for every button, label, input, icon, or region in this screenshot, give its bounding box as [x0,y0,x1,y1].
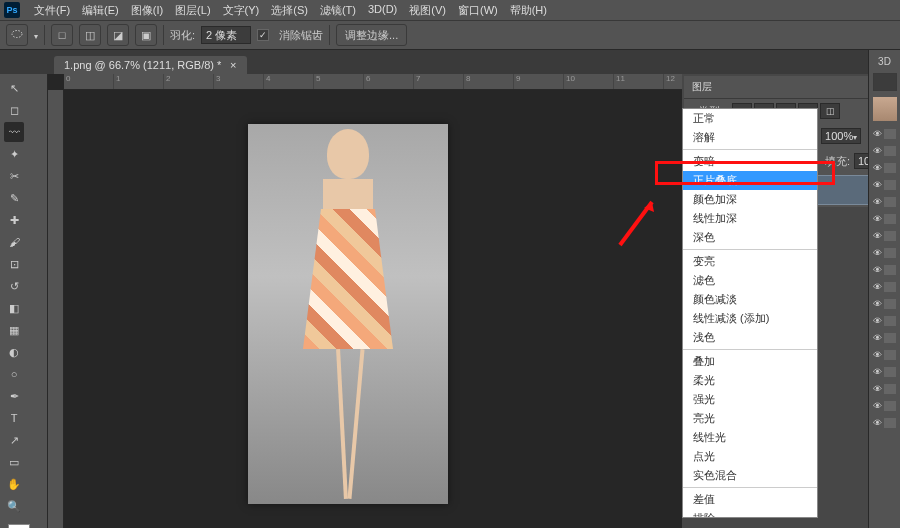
dropdown-separator [683,487,817,488]
blend-mode-dropdown: 正常溶解变暗正片叠底颜色加深线性加深深色变亮滤色颜色减淡线性减淡 (添加)浅色叠… [682,108,818,518]
blend-option[interactable]: 柔光 [683,371,817,390]
mini-layer-row[interactable] [873,246,897,260]
blend-option[interactable]: 亮光 [683,409,817,428]
menu-图像I[interactable]: 图像(I) [125,3,169,18]
path-tool-icon[interactable]: ↗ [4,430,24,450]
blend-option[interactable]: 浅色 [683,328,817,347]
mini-layer-row[interactable] [873,144,897,158]
mini-layer-row[interactable] [873,348,897,362]
blend-option[interactable]: 颜色加深 [683,190,817,209]
dropdown-separator [683,349,817,350]
pen-tool-icon[interactable]: ✒ [4,386,24,406]
nav-thumb[interactable] [873,97,897,121]
close-icon[interactable]: × [230,59,236,71]
mini-layer-row[interactable] [873,280,897,294]
history-brush-icon[interactable]: ↺ [4,276,24,296]
blend-option[interactable]: 线性加深 [683,209,817,228]
menu-视图V[interactable]: 视图(V) [403,3,452,18]
menu-文字Y[interactable]: 文字(Y) [217,3,266,18]
blend-option[interactable]: 线性减淡 (添加) [683,309,817,328]
menu-文件F[interactable]: 文件(F) [28,3,76,18]
divider [44,25,45,45]
mini-layer-row[interactable] [873,195,897,209]
eraser-tool-icon[interactable]: ◧ [4,298,24,318]
menu-滤镜T[interactable]: 滤镜(T) [314,3,362,18]
wand-tool-icon[interactable]: ✦ [4,144,24,164]
blend-option[interactable]: 滤色 [683,271,817,290]
mini-layer-row[interactable] [873,399,897,413]
color-swatch[interactable] [8,524,39,528]
panel-icon[interactable] [873,73,897,91]
blend-option[interactable]: 颜色减淡 [683,290,817,309]
menu-编辑E[interactable]: 编辑(E) [76,3,125,18]
menu-选择S[interactable]: 选择(S) [265,3,314,18]
lasso-icon[interactable] [6,24,28,46]
blend-option[interactable]: 排除 [683,509,817,518]
blend-option[interactable]: 变亮 [683,252,817,271]
mini-layer-row[interactable] [873,297,897,311]
lasso-tool-icon[interactable]: 〰 [4,122,24,142]
toolbox: ↖ ◻ 〰 ✦ ✂ ✎ ✚ 🖌 ⊡ ↺ ◧ ▦ ◐ ○ ✒ T ↗ ▭ ✋ 🔍 … [0,74,48,528]
mini-layer-row[interactable] [873,212,897,226]
blend-option[interactable]: 点光 [683,447,817,466]
crop-tool-icon[interactable]: ✂ [4,166,24,186]
canvas[interactable] [248,124,448,504]
sel-add-icon[interactable]: ◫ [79,24,101,46]
mini-layer-row[interactable] [873,178,897,192]
feather-input[interactable] [201,26,251,44]
shape-tool-icon[interactable]: ▭ [4,452,24,472]
antialias-checkbox[interactable] [257,29,269,41]
marquee-tool-icon[interactable]: ◻ [4,100,24,120]
blend-option[interactable]: 差值 [683,490,817,509]
hand-tool-icon[interactable]: ✋ [4,474,24,494]
blend-option[interactable]: 线性光 [683,428,817,447]
menu-帮助H[interactable]: 帮助(H) [504,3,553,18]
layers-tab[interactable]: 图层 [684,76,898,99]
stamp-tool-icon[interactable]: ⊡ [4,254,24,274]
blend-option[interactable]: 溶解 [683,128,817,147]
brush-tool-icon[interactable]: 🖌 [4,232,24,252]
mini-layer-row[interactable] [873,416,897,430]
canvas-area: 0123456789101112 [48,74,682,528]
mini-layer-row[interactable] [873,161,897,175]
blur-tool-icon[interactable]: ◐ [4,342,24,362]
3d-tab[interactable]: 3D [878,56,891,67]
sel-sub-icon[interactable]: ◪ [107,24,129,46]
ruler-tick: 4 [264,74,314,89]
filter-smart-icon[interactable]: ◫ [820,103,840,119]
tool-preset-arrow[interactable] [34,29,38,41]
blend-option[interactable]: 正常 [683,109,817,128]
ruler-vertical [48,90,64,528]
blend-option[interactable]: 强光 [683,390,817,409]
document-tab[interactable]: 1.png @ 66.7% (1211, RGB/8) * × [54,56,247,74]
eyedropper-tool-icon[interactable]: ✎ [4,188,24,208]
mini-layer-row[interactable] [873,229,897,243]
blend-option[interactable]: 叠加 [683,352,817,371]
menu-窗口W[interactable]: 窗口(W) [452,3,504,18]
dodge-tool-icon[interactable]: ○ [4,364,24,384]
opacity-input[interactable]: 100% [821,128,861,144]
ruler-tick: 0 [64,74,114,89]
mini-layer-row[interactable] [873,263,897,277]
menu-图层L[interactable]: 图层(L) [169,3,216,18]
mini-layer-row[interactable] [873,331,897,345]
mini-layer-row[interactable] [873,382,897,396]
mini-layers [873,127,897,430]
sel-new-icon[interactable]: □ [51,24,73,46]
blend-option[interactable]: 变暗 [683,152,817,171]
heal-tool-icon[interactable]: ✚ [4,210,24,230]
blend-option[interactable]: 正片叠底 [683,171,817,190]
move-tool-icon[interactable]: ↖ [4,78,24,98]
menu-3DD[interactable]: 3D(D) [362,3,403,18]
sel-int-icon[interactable]: ▣ [135,24,157,46]
refine-edge-button[interactable]: 调整边缘... [336,24,407,46]
blend-option[interactable]: 实色混合 [683,466,817,485]
mini-layer-row[interactable] [873,127,897,141]
mini-layer-row[interactable] [873,314,897,328]
zoom-tool-icon[interactable]: 🔍 [4,496,24,516]
mini-layer-row[interactable] [873,365,897,379]
gradient-tool-icon[interactable]: ▦ [4,320,24,340]
blend-option[interactable]: 深色 [683,228,817,247]
ruler-tick: 1 [114,74,164,89]
type-tool-icon[interactable]: T [4,408,24,428]
